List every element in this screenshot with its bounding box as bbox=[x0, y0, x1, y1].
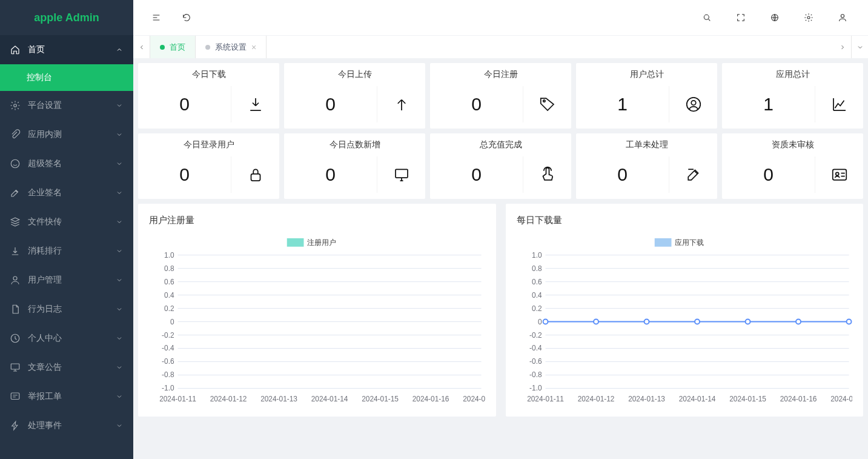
fullscreen-icon[interactable] bbox=[735, 12, 747, 24]
svg-point-16 bbox=[835, 172, 838, 175]
data-point bbox=[594, 320, 598, 324]
stat-title: 今日登录用户 bbox=[138, 139, 279, 156]
tab-label: 系统设置 bbox=[215, 42, 247, 53]
edit2-icon bbox=[669, 156, 717, 193]
data-point bbox=[644, 320, 649, 324]
tab-status-dot bbox=[205, 45, 210, 50]
tab-1[interactable]: 系统设置× bbox=[196, 36, 267, 58]
stat-card: 应用总计1 bbox=[722, 63, 863, 129]
ticket-icon bbox=[10, 391, 21, 402]
tab-dropdown[interactable] bbox=[851, 36, 868, 58]
brand[interactable]: apple Admin bbox=[0, 0, 133, 35]
sidebar-item-12[interactable]: 处理事件 bbox=[0, 411, 133, 440]
clip-icon bbox=[10, 129, 21, 140]
user-icon[interactable] bbox=[837, 12, 849, 24]
chevron-down-icon bbox=[115, 101, 124, 110]
y-tick-label: 0.8 bbox=[532, 264, 542, 273]
stat-card: 今日下载0 bbox=[138, 63, 279, 129]
sidebar-item-label: 处理事件 bbox=[28, 420, 115, 431]
usercircle-icon bbox=[669, 86, 717, 122]
chevron-down-icon bbox=[115, 392, 124, 401]
sidebar-item-2[interactable]: 应用内测 bbox=[0, 120, 133, 149]
stat-card: 工单未处理0 bbox=[576, 133, 717, 199]
data-point bbox=[543, 320, 548, 324]
tab-status-dot bbox=[160, 45, 165, 50]
sidebar-item-label: 消耗排行 bbox=[28, 246, 115, 256]
x-tick-label: 2024-01-16 bbox=[780, 395, 817, 403]
sidebar-item-7[interactable]: 用户管理 bbox=[0, 266, 133, 295]
chart-icon bbox=[815, 86, 863, 122]
svg-point-9 bbox=[841, 15, 844, 18]
y-tick-label: 0.6 bbox=[532, 278, 542, 286]
upload-icon bbox=[377, 86, 425, 122]
sidebar-item-9[interactable]: 个人中心 bbox=[0, 324, 133, 353]
tab-label: 首页 bbox=[170, 42, 185, 53]
main-content: 今日下载0今日上传0今日注册0用户总计1应用总计1 今日登录用户0今日点数新增0… bbox=[133, 58, 868, 459]
sidebar-menu: 首页控制台平台设置应用内测超级签名企业签名文件快传消耗排行用户管理行为日志个人中… bbox=[0, 35, 133, 459]
stat-value: 0 bbox=[430, 94, 523, 115]
y-tick-label: -0.8 bbox=[529, 370, 542, 379]
sidebar-item-11[interactable]: 举报工单 bbox=[0, 382, 133, 411]
y-tick-label: 0.2 bbox=[164, 304, 174, 313]
reload-icon[interactable] bbox=[181, 12, 193, 24]
stat-value: 0 bbox=[284, 94, 377, 115]
stat-value: 1 bbox=[576, 94, 669, 115]
stat-card: 今日上传0 bbox=[284, 63, 425, 129]
search-icon[interactable] bbox=[701, 12, 713, 24]
data-point bbox=[796, 320, 801, 324]
collapse-menu-icon[interactable] bbox=[150, 12, 162, 24]
stat-title: 资质未审核 bbox=[722, 139, 863, 156]
x-tick-label: 2024-01-16 bbox=[412, 395, 449, 403]
stat-title: 工单未处理 bbox=[576, 139, 717, 156]
sidebar-item-8[interactable]: 行为日志 bbox=[0, 295, 133, 324]
data-point bbox=[846, 320, 851, 324]
x-tick-label: 2024-01-15 bbox=[729, 395, 766, 403]
svg-point-10 bbox=[543, 100, 545, 102]
chevron-down-icon bbox=[115, 334, 124, 343]
sidebar-item-10[interactable]: 文章公告 bbox=[0, 353, 133, 382]
sidebar-item-5[interactable]: 文件快传 bbox=[0, 207, 133, 236]
y-tick-label: -0.4 bbox=[529, 344, 542, 352]
line-chart: 注册用户1.00.80.60.40.20-0.2-0.4-0.6-0.8-1.0… bbox=[149, 235, 485, 409]
svg-point-8 bbox=[807, 16, 810, 19]
sidebar-item-1[interactable]: 平台设置 bbox=[0, 91, 133, 120]
stat-card: 用户总计1 bbox=[576, 63, 717, 129]
chevron-down-icon bbox=[115, 421, 124, 430]
stat-value: 0 bbox=[138, 164, 231, 185]
close-icon[interactable]: × bbox=[251, 43, 256, 52]
sidebar-item-6[interactable]: 消耗排行 bbox=[0, 236, 133, 266]
stat-title: 今日点数新增 bbox=[284, 139, 425, 156]
user-icon bbox=[10, 275, 21, 286]
sidebar-item-3[interactable]: 超级签名 bbox=[0, 149, 133, 178]
svg-rect-14 bbox=[396, 169, 408, 178]
svg-point-0 bbox=[14, 104, 17, 107]
svg-point-12 bbox=[691, 101, 696, 106]
stat-cards-bottom: 今日登录用户0今日点数新增0总充值完成0工单未处理0资质未审核0 bbox=[138, 133, 863, 199]
tab-0[interactable]: 首页 bbox=[150, 36, 196, 58]
chevron-down-icon bbox=[115, 159, 124, 168]
board-icon bbox=[377, 156, 425, 193]
x-tick-label: 2024-01-17 bbox=[463, 395, 485, 403]
chart-panel-registrations: 用户注册量 注册用户1.00.80.60.40.20-0.2-0.4-0.6-0… bbox=[138, 204, 496, 417]
sidebar-item-0[interactable]: 首页 bbox=[0, 35, 133, 64]
stat-card: 今日注册0 bbox=[430, 63, 571, 129]
chart-panel-downloads: 每日下载量 应用下载1.00.80.60.40.20-0.2-0.4-0.6-0… bbox=[506, 204, 864, 417]
stat-card: 总充值完成0 bbox=[430, 133, 571, 199]
svg-point-1 bbox=[11, 159, 19, 168]
tab-scroll-left[interactable] bbox=[133, 36, 150, 58]
settings-icon[interactable] bbox=[803, 12, 815, 24]
y-tick-label: 0.6 bbox=[164, 278, 174, 286]
chevron-down-icon bbox=[115, 218, 124, 226]
globe-icon[interactable] bbox=[769, 12, 781, 24]
y-tick-label: 0 bbox=[537, 318, 542, 326]
y-tick-label: -0.2 bbox=[529, 331, 542, 340]
svg-point-2 bbox=[13, 276, 17, 280]
sidebar-item-4[interactable]: 企业签名 bbox=[0, 178, 133, 207]
stat-value: 0 bbox=[138, 94, 231, 115]
stat-title: 今日上传 bbox=[284, 69, 425, 86]
svg-point-6 bbox=[704, 15, 709, 19]
y-tick-label: 1.0 bbox=[164, 251, 174, 260]
sidebar-subitem-0-0[interactable]: 控制台 bbox=[0, 64, 133, 91]
tab-scroll-right[interactable] bbox=[834, 36, 851, 58]
sidebar-item-label: 文章公告 bbox=[28, 362, 115, 373]
